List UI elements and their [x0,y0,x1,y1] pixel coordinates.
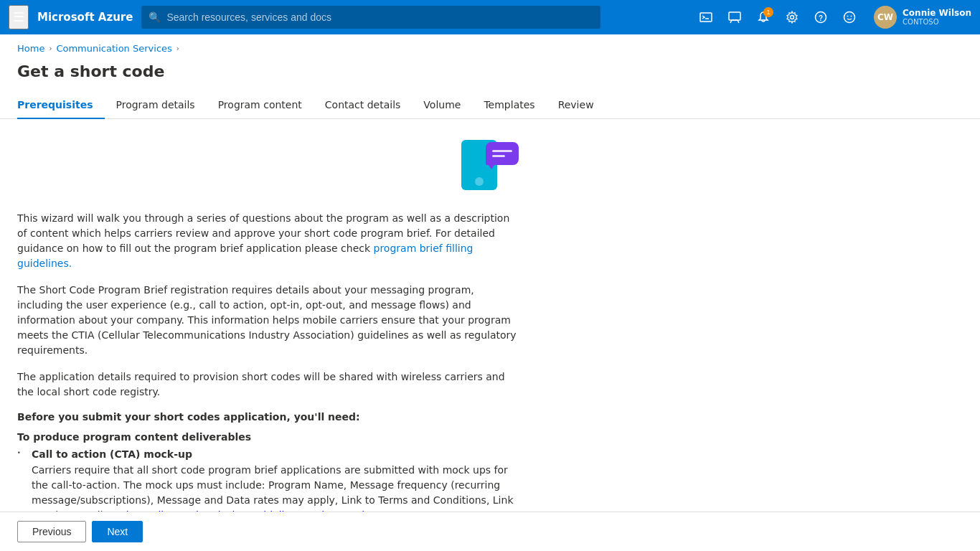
tab-review[interactable]: Review [547,92,606,119]
bullet-item-cta: • Call to action (CTA) mock-up Carriers … [17,448,519,521]
chat-bubble-icon [486,142,519,165]
svg-point-3 [791,16,794,19]
to-produce-heading: To produce program content deliverables [17,431,963,443]
before-heading: Before you submit your short codes appli… [17,411,519,423]
help-button[interactable]: ? [808,4,834,30]
svg-rect-0 [700,13,712,22]
search-input[interactable] [166,11,593,23]
bullet-cta-content: Call to action (CTA) mock-up Carriers re… [32,448,519,521]
tab-prerequisites[interactable]: Prerequisites [17,92,105,119]
svg-text:?: ? [819,14,823,22]
chat-line-2 [492,155,505,157]
bullet-dot-1: • [17,450,26,521]
page-title: Get a short code [0,62,980,92]
breadcrumb-separator-2: › [176,44,179,52]
next-button[interactable]: Next [92,521,143,542]
intro-paragraph-2: The Short Code Program Brief registratio… [17,283,519,358]
notification-badge: 1 [763,7,773,17]
smile-button[interactable] [837,4,862,30]
intro-paragraph-3: The application details required to prov… [17,369,519,400]
intro-paragraph-1: This wizard will walk you through a seri… [17,211,519,271]
cloud-shell-button[interactable] [693,4,719,30]
tab-templates[interactable]: Templates [472,92,546,119]
azure-logo: Microsoft Azure [37,11,133,24]
user-name: Connie Wilson [903,8,971,18]
settings-button[interactable] [779,4,805,30]
user-profile[interactable]: CW Connie Wilson CONTOSO [874,6,971,29]
tab-bar: Prerequisites Program details Program co… [0,92,980,119]
user-org: CONTOSO [903,18,971,27]
feedback-button[interactable] [722,4,748,30]
content-area: This wizard will walk you through a seri… [0,119,980,521]
notifications-button[interactable]: 1 [750,4,776,30]
footer: Previous Next [0,512,980,551]
nav-icons-group: 1 ? [693,4,862,30]
tab-contact-details[interactable]: Contact details [314,92,413,119]
svg-point-6 [844,12,855,23]
tab-volume[interactable]: Volume [412,92,472,119]
bullet-cta-title: Call to action (CTA) mock-up [32,448,519,460]
main-container: Home › Communication Services › Get a sh… [0,34,980,551]
illustration [17,136,963,194]
breadcrumb: Home › Communication Services › [0,34,980,62]
search-bar[interactable]: 🔍 [141,6,600,29]
chat-line-1 [492,150,512,152]
avatar: CW [874,6,897,29]
hamburger-menu-button[interactable]: ☰ [9,5,29,29]
tab-program-details[interactable]: Program details [105,92,207,119]
previous-button[interactable]: Previous [17,521,86,542]
svg-point-7 [847,16,849,17]
svg-point-8 [851,16,852,17]
breadcrumb-service[interactable]: Communication Services [56,43,171,54]
chat-lines [486,146,518,161]
illustration-wrap [461,136,519,194]
breadcrumb-home[interactable]: Home [17,43,44,54]
top-navigation: ☰ Microsoft Azure 🔍 1 ? CW Connie Wilson… [0,0,980,34]
svg-rect-2 [729,12,740,20]
bullet-list: • Call to action (CTA) mock-up Carriers … [17,448,519,521]
search-icon: 🔍 [149,11,161,23]
breadcrumb-separator-1: › [49,44,52,52]
tab-program-content[interactable]: Program content [207,92,314,119]
